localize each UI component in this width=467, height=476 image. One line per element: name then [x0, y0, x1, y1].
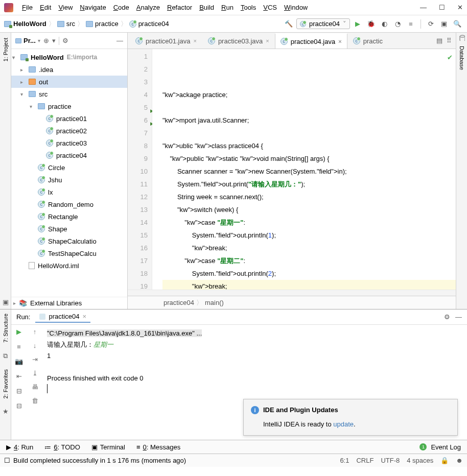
lock-icon[interactable]: 🔒: [440, 457, 449, 464]
breadcrumb-practice[interactable]: practice: [86, 20, 119, 28]
terminal-tool-button[interactable]: ▣ Terminal: [91, 443, 125, 451]
tab-practice03-java[interactable]: cpractice03.java×: [202, 33, 275, 49]
tab-options-icon[interactable]: ⠿: [447, 37, 452, 44]
menu-run[interactable]: Run: [218, 3, 237, 12]
stop-run-icon[interactable]: ■: [17, 343, 21, 350]
run-console[interactable]: "C:\Program Files\Java\jdk1.8.0_161\bin\…: [43, 325, 467, 440]
hide-run-icon[interactable]: —: [455, 313, 462, 321]
editor-gutter[interactable]: 12345▶6▶78910111213141516171819: [128, 49, 152, 290]
messages-tool-button[interactable]: ≡ 0: Messages: [136, 443, 180, 451]
run-config-selector[interactable]: c practice04 ˅: [296, 18, 350, 29]
tree-item-lx[interactable]: clx: [11, 186, 127, 198]
menu-window[interactable]: Window: [281, 3, 311, 12]
dump-icon[interactable]: 📷: [15, 358, 23, 365]
tree-item--idea[interactable]: ▸.idea: [11, 63, 127, 76]
up-icon[interactable]: ↑: [33, 328, 37, 336]
tree-item-practice03[interactable]: cpractice03: [11, 137, 127, 149]
commit-icon[interactable]: ▣: [438, 18, 450, 30]
database-tool-tab[interactable]: Database: [459, 43, 465, 73]
menu-analyze[interactable]: Analyze: [133, 3, 164, 12]
menu-edit[interactable]: Edit: [36, 3, 55, 12]
target-icon[interactable]: ⊕: [43, 37, 49, 44]
run-settings-icon[interactable]: ⚙: [444, 313, 450, 321]
close-tab-icon[interactable]: ×: [82, 313, 86, 320]
structure-tool-tab[interactable]: 7: Structure: [3, 314, 9, 343]
wrap-icon[interactable]: ⇥: [32, 355, 38, 363]
event-log-button[interactable]: Event Log: [431, 443, 461, 451]
update-project-icon[interactable]: ⟳: [425, 18, 436, 30]
menu-build[interactable]: Build: [196, 3, 218, 12]
hector-icon[interactable]: ☻: [456, 457, 463, 464]
tree-item-helloword[interactable]: ▾HelloWord E:\importa: [11, 51, 127, 63]
caret-position[interactable]: 6:1: [340, 457, 349, 464]
print-icon[interactable]: 🖶: [32, 383, 38, 391]
rerun-icon[interactable]: ▶: [16, 328, 21, 336]
indent[interactable]: 4 spaces: [407, 457, 433, 464]
favorites-tool-tab[interactable]: 2: Favorites: [3, 369, 9, 398]
menu-view[interactable]: View: [55, 3, 76, 12]
tree-item-shapecalculatio[interactable]: cShapeCalculatio: [11, 235, 127, 247]
clear-icon[interactable]: 🗑: [32, 397, 38, 404]
tab-practic[interactable]: cpractic: [347, 33, 388, 49]
project-tree[interactable]: ▾HelloWord E:\importa▸.idea▸out▾src▾prac…: [11, 49, 127, 297]
tab-list-icon[interactable]: ▤: [436, 37, 442, 44]
crumb-class[interactable]: practice04: [164, 299, 194, 306]
maximize-button[interactable]: ☐: [439, 4, 445, 11]
run-icon[interactable]: ▶: [352, 18, 363, 30]
update-popup[interactable]: iIDE and Plugin Updates IntelliJ IDEA is…: [243, 399, 458, 436]
tree-item-helloword-iml[interactable]: HelloWord.iml: [11, 259, 127, 272]
minimize-button[interactable]: —: [420, 4, 427, 11]
encoding[interactable]: UTF-8: [381, 457, 400, 464]
crumb-method[interactable]: main(): [205, 299, 224, 306]
bookmark-icon[interactable]: ▣: [3, 298, 9, 306]
breadcrumb-helloword[interactable]: HelloWord: [4, 20, 46, 28]
pin-icon[interactable]: ⊟: [16, 402, 22, 410]
menu-vcs[interactable]: VCS: [260, 3, 281, 12]
run-tool-button[interactable]: ▶ 4: Run: [6, 443, 33, 451]
search-everywhere-icon[interactable]: 🔍: [452, 18, 463, 30]
tree-item-shape[interactable]: cShape: [11, 223, 127, 235]
todo-tool-button[interactable]: ≔ 6: TODO: [44, 443, 80, 451]
breadcrumb-practice04[interactable]: cpractice04: [129, 20, 169, 28]
editor-breadcrumb[interactable]: practice04 〉 main(): [128, 296, 456, 309]
project-view-selector[interactable]: Pr...▾: [15, 37, 40, 44]
profile-icon[interactable]: ◔: [392, 18, 403, 30]
chevron-icon[interactable]: ▾: [52, 37, 56, 44]
exit-icon[interactable]: ⇤: [16, 372, 22, 380]
menu-navigate[interactable]: Navigate: [76, 3, 109, 12]
tree-item-src[interactable]: ▾src: [11, 88, 127, 100]
layout-icon[interactable]: ⊟: [16, 387, 22, 395]
menu-code[interactable]: Code: [110, 3, 133, 12]
external-libraries-item[interactable]: ▸ 📚 External Libraries: [11, 297, 127, 309]
editor-code[interactable]: ✔ "kw">ackage practice; "kw">mport java.…: [152, 49, 456, 290]
line-separator[interactable]: CRLF: [356, 457, 373, 464]
tree-item-rectangle[interactable]: cRectangle: [11, 210, 127, 223]
menu-refactor[interactable]: Refactor: [164, 3, 196, 12]
tab-practice04-java[interactable]: cpractice04.java×: [275, 33, 347, 49]
run-tab[interactable]: practice04 ×: [35, 311, 90, 323]
menu-file[interactable]: File: [18, 3, 36, 12]
settings-icon[interactable]: ⚙: [62, 37, 68, 44]
status-icon[interactable]: ☐: [4, 457, 10, 464]
down-icon[interactable]: ↓: [33, 342, 37, 349]
coverage-icon[interactable]: ◐: [379, 18, 390, 30]
breadcrumb-src[interactable]: src: [57, 20, 75, 28]
tree-item-jshu[interactable]: cJshu: [11, 174, 127, 186]
stop-icon[interactable]: ■: [405, 18, 416, 30]
hide-panel-icon[interactable]: —: [116, 37, 123, 44]
menu-tools[interactable]: Tools: [237, 3, 260, 12]
tree-item-practice02[interactable]: cpractice02: [11, 125, 127, 137]
project-tool-tab[interactable]: 1: Project: [3, 35, 9, 64]
popup-link[interactable]: update: [333, 420, 354, 428]
close-window-button[interactable]: ✕: [457, 4, 463, 11]
tree-item-practice04[interactable]: cpractice04: [11, 149, 127, 161]
tree-item-out[interactable]: ▸out: [11, 76, 127, 88]
hammer-icon[interactable]: 🔨: [283, 18, 294, 30]
tree-item-testshapecalcu[interactable]: cTestShapeCalcu: [11, 247, 127, 259]
tree-item-practice01[interactable]: cpractice01: [11, 112, 127, 125]
editor-hscroll[interactable]: [128, 290, 456, 296]
tree-item-circle[interactable]: cCircle: [11, 161, 127, 174]
debug-icon[interactable]: 🐞: [365, 18, 377, 30]
tree-item-practice[interactable]: ▾practice: [11, 100, 127, 112]
scroll-icon[interactable]: ⤓: [32, 369, 38, 377]
